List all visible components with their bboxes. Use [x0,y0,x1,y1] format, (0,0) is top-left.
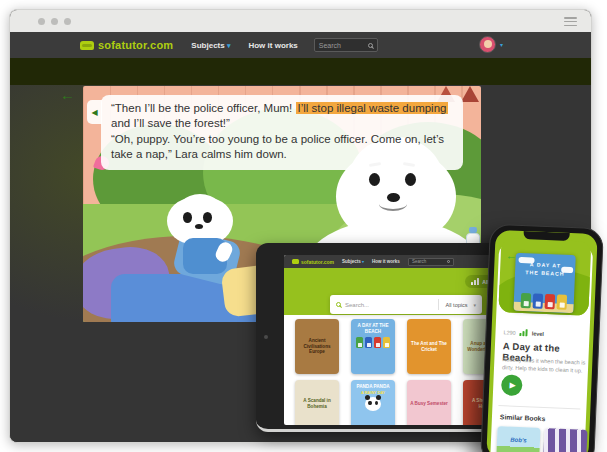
dropdown-arrow-icon: ▾ [227,42,231,49]
topics-dropdown[interactable]: All topics [445,302,467,308]
speech-bubble-marker[interactable]: ◀ [87,100,102,124]
logo-text: sofatutor.com [98,39,173,51]
tablet-search-input[interactable]: Search [408,258,454,266]
avatar-dropdown-icon[interactable]: ▾ [500,41,503,48]
tablet-searchbar[interactable]: Search... All topics ▾ [330,295,482,314]
book-card[interactable]: Ancient Civilisations Europe [295,319,339,374]
search-placeholder: Search [319,42,341,49]
play-icon: ▶ [510,381,517,390]
tablet-logo[interactable]: sofatutor.com [292,259,334,265]
level-row: L290 level [503,328,544,337]
story-paragraph-2: “Oh, puppy. You’re too young to be a pol… [111,132,453,163]
level-stairs-icon [471,278,479,285]
nav-item-how-it-works[interactable]: How it works [248,41,297,50]
fence-picket [461,86,479,102]
level-stairs-icon [520,329,528,336]
sofa-icon [80,41,94,50]
browser-titlebar [10,10,591,32]
back-arrow-icon[interactable]: ← [505,249,516,261]
story-paragraph-1: “Then I’ll be the police officer, Mum! I… [111,101,453,132]
level-label: level [532,330,544,337]
play-button[interactable]: ▶ [501,374,523,396]
screenshot-stage: sofatutor.com Subjects ▾ How it works Se… [0,0,607,452]
user-avatar[interactable] [479,36,496,53]
tablet-camera [264,335,268,339]
recycling-bins-art [356,337,390,348]
divider [498,405,580,409]
sofatutor-logo[interactable]: sofatutor.com [80,39,173,51]
highlighted-phrase: I’ll stop illegal waste dumping [296,102,449,114]
similar-books-heading: Similar Books [500,413,546,422]
book-card[interactable]: PANDA PANDA A RAINY DAY [351,380,395,425]
search-icon [447,260,450,263]
tablet-nav-how-it-works[interactable]: How it works [372,259,400,264]
book-description: Nobody likes it when the beach is dirty.… [502,355,589,375]
puppy-character [161,194,251,289]
window-dot[interactable] [64,18,71,25]
book-card[interactable]: A DAY AT THE BEACH [351,319,395,374]
window-dot[interactable] [51,18,58,25]
back-arrow-icon[interactable]: ← [60,86,75,103]
window-dot[interactable] [38,18,45,25]
dropdown-arrow-icon: ▾ [362,259,364,264]
speech-bubble: “Then I’ll be the police officer, Mum! I… [101,95,463,170]
nav-item-subjects[interactable]: Subjects ▾ [191,41,230,50]
similar-book-thumbnail[interactable] [543,428,587,452]
window-control-dots[interactable] [38,18,71,25]
phone-screen: ← A DAY AT THE BEACH L290 [486,230,597,452]
panda-art [365,397,381,411]
bubble-marker-icon: ◀ [91,108,97,117]
tablet-nav-subjects[interactable]: Subjects ▾ [342,259,364,264]
search-input[interactable]: Search [314,38,378,52]
chevron-down-icon: ▾ [473,302,476,308]
phone-device: ← A DAY AT THE BEACH L290 [480,224,604,452]
recycling-bins-art [521,293,568,310]
search-icon [368,43,373,48]
similar-book-thumbnail[interactable]: Bob’s [496,426,540,452]
cover-title: A DAY AT THE BEACH [515,261,576,279]
site-navbar: sofatutor.com Subjects ▾ How it works Se… [10,32,591,58]
book-cover[interactable]: A DAY AT THE BEACH [513,253,575,313]
hamburger-menu-icon[interactable] [564,17,577,26]
book-card[interactable]: A Busy Semester [407,380,451,425]
level-code: L290 [503,329,515,336]
divider [438,299,439,310]
page-header-band [10,58,591,85]
book-card[interactable]: A Scandal in Bohemia [295,380,339,425]
sofa-icon [292,259,299,264]
search-icon [336,302,341,307]
phone-course-card: ← A DAY AT THE BEACH L290 [490,244,593,452]
book-card[interactable]: The Ant and The Cricket [407,319,451,374]
